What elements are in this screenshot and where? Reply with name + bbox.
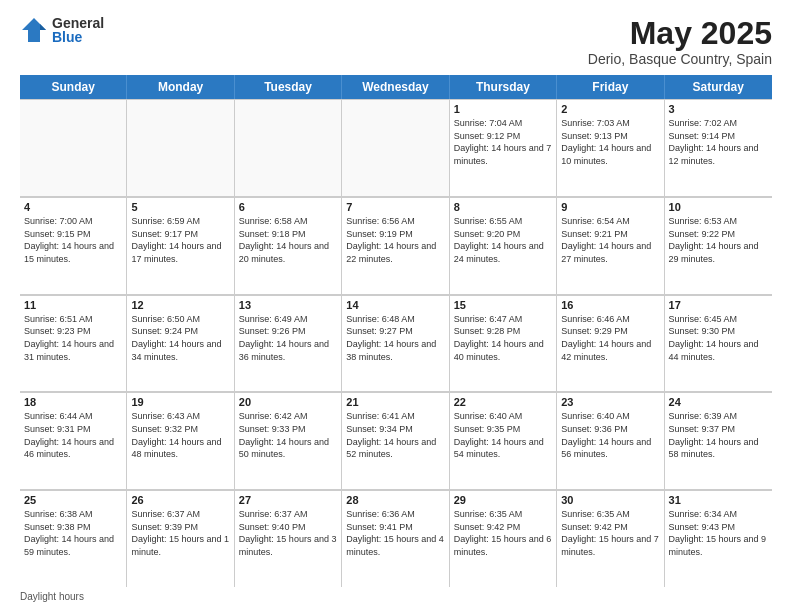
calendar-row-5: 25Sunrise: 6:38 AM Sunset: 9:38 PM Dayli… [20, 490, 772, 587]
calendar-cell-15: 15Sunrise: 6:47 AM Sunset: 9:28 PM Dayli… [450, 295, 557, 392]
cell-day-number: 17 [669, 299, 768, 311]
cell-info: Sunrise: 6:39 AM Sunset: 9:37 PM Dayligh… [669, 410, 768, 460]
cell-info: Sunrise: 6:47 AM Sunset: 9:28 PM Dayligh… [454, 313, 552, 363]
calendar-cell-3: 3Sunrise: 7:02 AM Sunset: 9:14 PM Daylig… [665, 99, 772, 196]
calendar-cell-14: 14Sunrise: 6:48 AM Sunset: 9:27 PM Dayli… [342, 295, 449, 392]
cell-info: Sunrise: 6:48 AM Sunset: 9:27 PM Dayligh… [346, 313, 444, 363]
footer-note: Daylight hours [20, 591, 772, 602]
cell-info: Sunrise: 6:41 AM Sunset: 9:34 PM Dayligh… [346, 410, 444, 460]
cell-day-number: 1 [454, 103, 552, 115]
day-header-thursday: Thursday [450, 75, 557, 99]
calendar-cell-empty-2 [235, 99, 342, 196]
cell-info: Sunrise: 6:51 AM Sunset: 9:23 PM Dayligh… [24, 313, 122, 363]
day-header-saturday: Saturday [665, 75, 772, 99]
calendar-cell-7: 7Sunrise: 6:56 AM Sunset: 9:19 PM Daylig… [342, 197, 449, 294]
month-title: May 2025 [588, 16, 772, 51]
calendar-cell-17: 17Sunrise: 6:45 AM Sunset: 9:30 PM Dayli… [665, 295, 772, 392]
cell-day-number: 31 [669, 494, 768, 506]
calendar-cell-28: 28Sunrise: 6:36 AM Sunset: 9:41 PM Dayli… [342, 490, 449, 587]
cell-day-number: 10 [669, 201, 768, 213]
cell-day-number: 22 [454, 396, 552, 408]
cell-day-number: 30 [561, 494, 659, 506]
cell-info: Sunrise: 6:37 AM Sunset: 9:39 PM Dayligh… [131, 508, 229, 558]
cell-day-number: 5 [131, 201, 229, 213]
cell-day-number: 4 [24, 201, 122, 213]
cell-info: Sunrise: 6:43 AM Sunset: 9:32 PM Dayligh… [131, 410, 229, 460]
cell-info: Sunrise: 6:40 AM Sunset: 9:35 PM Dayligh… [454, 410, 552, 460]
cell-info: Sunrise: 6:40 AM Sunset: 9:36 PM Dayligh… [561, 410, 659, 460]
day-header-friday: Friday [557, 75, 664, 99]
logo-text: General Blue [52, 16, 104, 44]
title-block: May 2025 Derio, Basque Country, Spain [588, 16, 772, 67]
cell-day-number: 3 [669, 103, 768, 115]
cell-info: Sunrise: 6:38 AM Sunset: 9:38 PM Dayligh… [24, 508, 122, 558]
cell-day-number: 8 [454, 201, 552, 213]
calendar-cell-19: 19Sunrise: 6:43 AM Sunset: 9:32 PM Dayli… [127, 392, 234, 489]
calendar-cell-4: 4Sunrise: 7:00 AM Sunset: 9:15 PM Daylig… [20, 197, 127, 294]
page: General Blue May 2025 Derio, Basque Coun… [0, 0, 792, 612]
calendar-cell-13: 13Sunrise: 6:49 AM Sunset: 9:26 PM Dayli… [235, 295, 342, 392]
cell-day-number: 18 [24, 396, 122, 408]
logo: General Blue [20, 16, 104, 44]
calendar-cell-empty-0 [20, 99, 127, 196]
calendar-header: SundayMondayTuesdayWednesdayThursdayFrid… [20, 75, 772, 99]
cell-info: Sunrise: 6:35 AM Sunset: 9:42 PM Dayligh… [561, 508, 659, 558]
cell-day-number: 20 [239, 396, 337, 408]
calendar-cell-empty-1 [127, 99, 234, 196]
day-header-wednesday: Wednesday [342, 75, 449, 99]
day-header-sunday: Sunday [20, 75, 127, 99]
cell-day-number: 13 [239, 299, 337, 311]
cell-info: Sunrise: 6:37 AM Sunset: 9:40 PM Dayligh… [239, 508, 337, 558]
cell-info: Sunrise: 7:04 AM Sunset: 9:12 PM Dayligh… [454, 117, 552, 167]
cell-info: Sunrise: 6:58 AM Sunset: 9:18 PM Dayligh… [239, 215, 337, 265]
calendar-row-1: 1Sunrise: 7:04 AM Sunset: 9:12 PM Daylig… [20, 99, 772, 197]
calendar-row-4: 18Sunrise: 6:44 AM Sunset: 9:31 PM Dayli… [20, 392, 772, 490]
calendar-cell-6: 6Sunrise: 6:58 AM Sunset: 9:18 PM Daylig… [235, 197, 342, 294]
cell-info: Sunrise: 6:44 AM Sunset: 9:31 PM Dayligh… [24, 410, 122, 460]
cell-day-number: 27 [239, 494, 337, 506]
cell-day-number: 16 [561, 299, 659, 311]
header: General Blue May 2025 Derio, Basque Coun… [20, 16, 772, 67]
cell-info: Sunrise: 6:35 AM Sunset: 9:42 PM Dayligh… [454, 508, 552, 558]
cell-day-number: 15 [454, 299, 552, 311]
cell-day-number: 9 [561, 201, 659, 213]
logo-general-text: General [52, 16, 104, 30]
logo-icon [20, 16, 48, 44]
cell-info: Sunrise: 7:02 AM Sunset: 9:14 PM Dayligh… [669, 117, 768, 167]
calendar-cell-29: 29Sunrise: 6:35 AM Sunset: 9:42 PM Dayli… [450, 490, 557, 587]
calendar-cell-empty-3 [342, 99, 449, 196]
calendar-cell-16: 16Sunrise: 6:46 AM Sunset: 9:29 PM Dayli… [557, 295, 664, 392]
calendar-cell-12: 12Sunrise: 6:50 AM Sunset: 9:24 PM Dayli… [127, 295, 234, 392]
svg-marker-1 [40, 24, 46, 30]
cell-day-number: 14 [346, 299, 444, 311]
calendar-cell-11: 11Sunrise: 6:51 AM Sunset: 9:23 PM Dayli… [20, 295, 127, 392]
location: Derio, Basque Country, Spain [588, 51, 772, 67]
calendar-cell-10: 10Sunrise: 6:53 AM Sunset: 9:22 PM Dayli… [665, 197, 772, 294]
calendar-row-3: 11Sunrise: 6:51 AM Sunset: 9:23 PM Dayli… [20, 295, 772, 393]
calendar-cell-21: 21Sunrise: 6:41 AM Sunset: 9:34 PM Dayli… [342, 392, 449, 489]
cell-info: Sunrise: 6:53 AM Sunset: 9:22 PM Dayligh… [669, 215, 768, 265]
cell-day-number: 23 [561, 396, 659, 408]
calendar-cell-25: 25Sunrise: 6:38 AM Sunset: 9:38 PM Dayli… [20, 490, 127, 587]
cell-day-number: 21 [346, 396, 444, 408]
calendar-cell-31: 31Sunrise: 6:34 AM Sunset: 9:43 PM Dayli… [665, 490, 772, 587]
cell-day-number: 6 [239, 201, 337, 213]
calendar-cell-26: 26Sunrise: 6:37 AM Sunset: 9:39 PM Dayli… [127, 490, 234, 587]
calendar-body: 1Sunrise: 7:04 AM Sunset: 9:12 PM Daylig… [20, 99, 772, 587]
cell-info: Sunrise: 6:34 AM Sunset: 9:43 PM Dayligh… [669, 508, 768, 558]
cell-info: Sunrise: 6:56 AM Sunset: 9:19 PM Dayligh… [346, 215, 444, 265]
cell-day-number: 25 [24, 494, 122, 506]
cell-info: Sunrise: 6:45 AM Sunset: 9:30 PM Dayligh… [669, 313, 768, 363]
calendar-cell-24: 24Sunrise: 6:39 AM Sunset: 9:37 PM Dayli… [665, 392, 772, 489]
cell-info: Sunrise: 6:55 AM Sunset: 9:20 PM Dayligh… [454, 215, 552, 265]
day-header-monday: Monday [127, 75, 234, 99]
cell-info: Sunrise: 6:36 AM Sunset: 9:41 PM Dayligh… [346, 508, 444, 558]
calendar-cell-18: 18Sunrise: 6:44 AM Sunset: 9:31 PM Dayli… [20, 392, 127, 489]
calendar: SundayMondayTuesdayWednesdayThursdayFrid… [20, 75, 772, 587]
calendar-cell-20: 20Sunrise: 6:42 AM Sunset: 9:33 PM Dayli… [235, 392, 342, 489]
logo-blue-text: Blue [52, 30, 104, 44]
cell-day-number: 2 [561, 103, 659, 115]
cell-day-number: 29 [454, 494, 552, 506]
cell-info: Sunrise: 7:03 AM Sunset: 9:13 PM Dayligh… [561, 117, 659, 167]
calendar-cell-8: 8Sunrise: 6:55 AM Sunset: 9:20 PM Daylig… [450, 197, 557, 294]
